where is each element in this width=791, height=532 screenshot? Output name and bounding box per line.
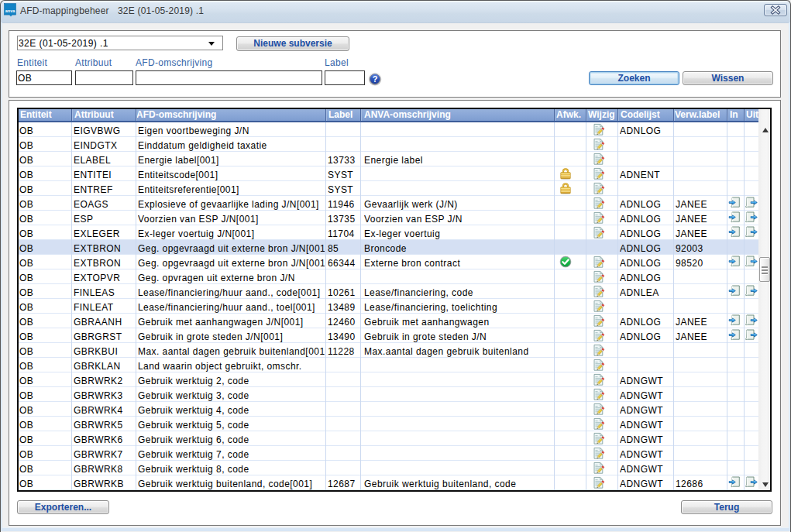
svg-text:anva: anva	[5, 9, 15, 13]
